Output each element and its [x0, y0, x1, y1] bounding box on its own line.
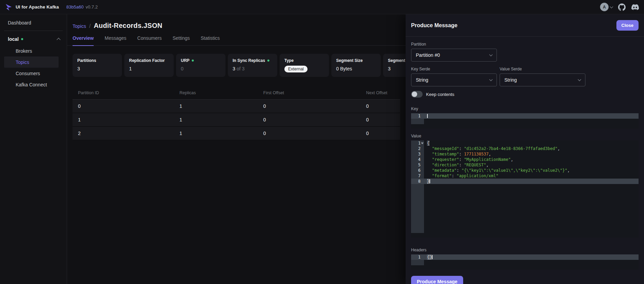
value-serde-select[interactable]: String [500, 73, 585, 86]
value-serde-select-value: String [504, 77, 517, 83]
key-serde-label: Key Serde [411, 67, 497, 71]
sidebar-item-topics[interactable]: Topics [4, 56, 59, 68]
code-line: 1{} [411, 254, 639, 260]
table-cell: 1 [73, 113, 174, 127]
metric-label-text: URP [181, 58, 189, 63]
code-token: "metadata" [432, 168, 456, 173]
cluster-status-dot [21, 38, 23, 40]
code-token: , [486, 163, 488, 167]
code-line: 4 "requester": "MyApplicationName", [411, 157, 639, 162]
metric-value: 1 [129, 66, 169, 71]
page-title: Audit-Records.JSON [94, 22, 162, 30]
code-token: , [511, 157, 513, 162]
breadcrumb-topics-link[interactable]: Topics [73, 23, 86, 29]
chevron-up-icon [57, 38, 60, 41]
commit-hash-link[interactable]: 83b5a60 [66, 4, 84, 10]
tab-overview[interactable]: Overview [73, 35, 94, 45]
metric-card-in-sync-replicas: In Sync Replicas3of 3 [228, 54, 277, 77]
partition-label: Partition [411, 42, 639, 47]
text-cursor [432, 255, 433, 259]
code-content: { [424, 140, 639, 146]
tab-messages[interactable]: Messages [105, 35, 126, 45]
code-token: "MyApplicationName" [464, 157, 511, 162]
metric-label-text: Replication Factor [129, 58, 165, 63]
keep-contents-label: Keep contents [426, 92, 454, 97]
metric-value-text: 0 [181, 66, 184, 71]
metrics-row: Partitions3Replication Factor1URP0In Syn… [73, 54, 406, 77]
metric-label: Replication Factor [129, 58, 169, 63]
toggle-knob [412, 91, 417, 97]
text-cursor [427, 114, 428, 118]
main-content: Topics / Audit-Records.JSON OverviewMess… [67, 14, 406, 284]
metric-value: External [284, 66, 324, 72]
gutter-line-number: 2 [411, 146, 424, 151]
table-cell: 2 [73, 127, 174, 140]
status-dot [267, 60, 269, 62]
theme-auto-icon[interactable]: A [600, 3, 609, 11]
gutter-line-number: 1 [411, 254, 424, 260]
metric-value-text: 3 [388, 66, 391, 71]
tab-statistics[interactable]: Statistics [201, 35, 220, 45]
metric-label-text: Segment Size [336, 58, 363, 63]
panel-title: Produce Message [411, 22, 457, 29]
metric-card-segment-count: Segment Count3 [383, 54, 406, 77]
discord-icon[interactable] [631, 3, 639, 11]
value-code-editor[interactable]: 1{2 "messageId": "d1c452a2-7ba4-4e18-836… [411, 140, 639, 238]
top-bar: UI for Apache Kafka 83b5a60 v0.7.2 A [0, 0, 644, 14]
metric-label: In Sync Replicas [233, 58, 272, 63]
code-content [424, 113, 639, 119]
code-token: 1771138537 [464, 152, 488, 156]
fold-arrow-icon[interactable] [421, 143, 424, 144]
value-serde-label: Value Serde [500, 67, 585, 71]
code-content: "timestamp": 1771138537, [424, 151, 639, 157]
code-token: , [567, 168, 570, 173]
metric-value-text: 3 [233, 66, 235, 71]
code-content: "direction": "REQUEST", [424, 162, 639, 168]
partition-select-value: Partition #0 [416, 52, 440, 58]
gutter-line-number: 3 [411, 151, 424, 157]
produce-message-panel: Produce Message Close Partition Partitio… [406, 14, 644, 284]
code-token: } [429, 255, 432, 260]
kafka-ui-logo-icon [5, 3, 12, 11]
sidebar-item-dashboard[interactable]: Dashboard [0, 17, 67, 29]
sidebar-item-kafka-connect[interactable]: Kafka Connect [4, 79, 59, 90]
produce-message-button[interactable]: Produce Message [411, 276, 463, 284]
sidebar-cluster-local[interactable]: local [0, 33, 67, 45]
metric-label: Segment Size [336, 58, 376, 63]
theme-selector[interactable]: A [600, 3, 613, 11]
tab-settings[interactable]: Settings [173, 35, 190, 45]
headers-code-editor[interactable]: 1{} [411, 254, 639, 270]
key-serde-select[interactable]: String [411, 73, 497, 86]
column-header-partition-id: Partition ID [73, 88, 174, 100]
type-badge: External [284, 66, 308, 72]
code-token: : [459, 152, 464, 156]
table-row: 2100 [73, 127, 400, 140]
metric-label: Segment Count [388, 58, 406, 63]
github-icon[interactable] [618, 3, 626, 11]
app-title: UI for Apache Kafka [16, 4, 59, 10]
sidebar-item-consumers[interactable]: Consumers [4, 68, 59, 79]
code-line: 7 "format": "application/xml" [411, 173, 639, 179]
gutter-line-number: 1 [411, 113, 424, 119]
key-code-editor[interactable]: 1 [411, 113, 639, 129]
code-token: "format" [432, 173, 452, 178]
gutter-line-number: 8 [411, 179, 424, 184]
keep-contents-toggle[interactable] [411, 91, 423, 98]
metric-value: 0 [181, 66, 221, 71]
cluster-name: local [8, 36, 19, 42]
partitions-table-header: Partition IDReplicasFirst OffsetNext Off… [73, 88, 400, 100]
sidebar: Dashboard local BrokersTopicsConsumersKa… [0, 14, 67, 284]
metric-card-partitions: Partitions3 [73, 54, 122, 77]
close-button[interactable]: Close [616, 20, 639, 31]
sidebar-item-brokers[interactable]: Brokers [4, 45, 59, 56]
code-token [427, 146, 432, 151]
metric-value: 0 Bytes [336, 66, 376, 71]
tab-consumers[interactable]: Consumers [137, 35, 162, 45]
code-token: "requester" [432, 157, 459, 162]
gutter-line-number: 1 [411, 140, 424, 146]
partition-select[interactable]: Partition #0 [411, 49, 497, 62]
code-token: "{\"key1\":\"value1\",\"key2\":\"value2\… [461, 168, 567, 173]
status-dot [192, 60, 194, 62]
metric-value: 3of 3 [233, 66, 272, 71]
code-content: "messageId": "d1c452a2-7ba4-4e18-8366-7f… [424, 146, 639, 151]
